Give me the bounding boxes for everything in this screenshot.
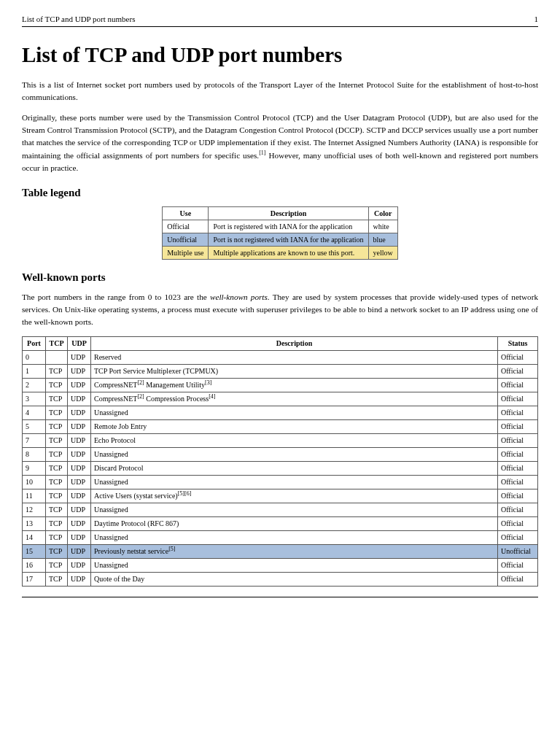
cell-tcp: TCP	[46, 461, 68, 475]
cell-port: 11	[23, 489, 46, 503]
cell-description: Discard Protocol	[91, 461, 498, 475]
legend-cell-color: white	[368, 220, 397, 233]
cell-tcp: TCP	[46, 364, 68, 378]
legend-cell-use: Multiple use	[163, 246, 209, 259]
cell-tcp: TCP	[46, 530, 68, 544]
cell-tcp: TCP	[46, 544, 68, 558]
cell-port: 12	[23, 503, 46, 516]
cell-status: Official	[498, 447, 538, 461]
cell-status: Official	[498, 350, 538, 364]
legend-row: OfficialPort is registered with IANA for…	[163, 220, 398, 233]
cell-description: TCP Port Service Multiplexer (TCPMUX)	[91, 364, 498, 378]
cell-udp: UDP	[68, 530, 91, 544]
ports-col-tcp: TCP	[46, 336, 68, 350]
cell-udp: UDP	[68, 406, 91, 419]
cell-udp: UDP	[68, 447, 91, 461]
cell-description: Unassigned	[91, 447, 498, 461]
intro-para-1: This is a list of Internet socket port n…	[22, 79, 538, 104]
legend-table: Use Description Color OfficialPort is re…	[162, 206, 398, 260]
ports-col-udp: UDP	[68, 336, 91, 350]
cell-tcp: TCP	[46, 419, 68, 433]
citation: [2]	[137, 379, 144, 386]
cell-port: 14	[23, 530, 46, 544]
cell-port: 5	[23, 419, 46, 433]
cell-port: 8	[23, 447, 46, 461]
cell-tcp: TCP	[46, 378, 68, 392]
footer-rule	[22, 597, 538, 597]
ports-col-port: Port	[23, 336, 46, 350]
legend-cell-desc: Port is registered with IANA for the app…	[209, 220, 368, 233]
cell-tcp: TCP	[46, 392, 68, 406]
citation: [5]	[168, 546, 175, 552]
cell-status: Official	[498, 378, 538, 392]
table-row: 1TCPUDPTCP Port Service Multiplexer (TCP…	[23, 364, 538, 378]
cell-status: Official	[498, 475, 538, 489]
cell-description: Unassigned	[91, 475, 498, 489]
legend-heading: Table legend	[22, 187, 538, 199]
cell-status: Official	[498, 489, 538, 503]
table-row: 16TCPUDPUnassignedOfficial	[23, 558, 538, 572]
cell-status: Official	[498, 392, 538, 406]
cell-port: 13	[23, 516, 46, 530]
cell-port: 1	[23, 364, 46, 378]
cell-description: Reserved	[91, 350, 498, 364]
wk-a: The port numbers in the range from 0 to …	[22, 293, 210, 301]
cell-description: CompressNET[2] Management Utility[3]	[91, 378, 498, 392]
table-row: 7TCPUDPEcho ProtocolOfficial	[23, 433, 538, 447]
cell-tcp: TCP	[46, 406, 68, 419]
cell-port: 9	[23, 461, 46, 475]
table-row: 12TCPUDPUnassignedOfficial	[23, 503, 538, 516]
legend-row: UnofficialPort is not registered with IA…	[163, 233, 398, 246]
table-row: 5TCPUDPRemote Job EntryOfficial	[23, 419, 538, 433]
cell-status: Official	[498, 419, 538, 433]
cell-description: Unassigned	[91, 530, 498, 544]
cell-udp: UDP	[68, 489, 91, 503]
legend-col-desc: Description	[209, 206, 368, 220]
cell-description: Remote Job Entry	[91, 419, 498, 433]
cell-status: Official	[498, 503, 538, 516]
cell-description: CompressNET[2] Compression Process[4]	[91, 392, 498, 406]
intro-para-2: Originally, these ports number were used…	[22, 112, 538, 175]
table-row: 14TCPUDPUnassignedOfficial	[23, 530, 538, 544]
page-number: 1	[534, 15, 539, 23]
page-title: List of TCP and UDP port numbers	[22, 43, 538, 67]
table-row: 15TCPUDPPreviously netstat service[5]Uno…	[23, 544, 538, 558]
cell-status: Official	[498, 516, 538, 530]
running-header: List of TCP and UDP port numbers 1	[22, 15, 538, 27]
cell-description: Quote of the Day	[91, 572, 498, 586]
cell-port: 0	[23, 350, 46, 364]
ports-col-desc: Description	[91, 336, 498, 350]
desc-text: Active Users (systat service)	[94, 492, 178, 500]
running-title: List of TCP and UDP port numbers	[22, 15, 135, 23]
table-row: 10TCPUDPUnassignedOfficial	[23, 475, 538, 489]
wellknown-heading: Well-known ports	[22, 271, 538, 284]
legend-cell-color: yellow	[368, 246, 397, 259]
cell-port: 4	[23, 406, 46, 419]
cell-udp: UDP	[68, 475, 91, 489]
ports-col-status: Status	[498, 336, 538, 350]
cell-description: Daytime Protocol (RFC 867)	[91, 516, 498, 530]
legend-row: Multiple useMultiple applications are kn…	[163, 246, 398, 259]
cell-tcp: TCP	[46, 558, 68, 572]
cell-status: Unofficial	[498, 544, 538, 558]
table-row: 13TCPUDPDaytime Protocol (RFC 867)Offici…	[23, 516, 538, 530]
cell-udp: UDP	[68, 503, 91, 516]
cell-tcp: TCP	[46, 572, 68, 586]
cell-udp: UDP	[68, 364, 91, 378]
cell-udp: UDP	[68, 558, 91, 572]
cell-description: Unassigned	[91, 503, 498, 516]
cell-port: 7	[23, 433, 46, 447]
table-row: 4TCPUDPUnassignedOfficial	[23, 406, 538, 419]
cell-port: 2	[23, 378, 46, 392]
table-row: 9TCPUDPDiscard ProtocolOfficial	[23, 461, 538, 475]
citation: [4]	[209, 393, 215, 400]
cell-udp: UDP	[68, 378, 91, 392]
cell-port: 17	[23, 572, 46, 586]
ports-table: Port TCP UDP Description Status 0UDPRese…	[22, 336, 538, 587]
cell-tcp: TCP	[46, 447, 68, 461]
cell-udp: UDP	[68, 461, 91, 475]
table-row: 2TCPUDPCompressNET[2] Management Utility…	[23, 378, 538, 392]
table-row: 0UDPReservedOfficial	[23, 350, 538, 364]
cell-description: Echo Protocol	[91, 433, 498, 447]
cell-port: 16	[23, 558, 46, 572]
